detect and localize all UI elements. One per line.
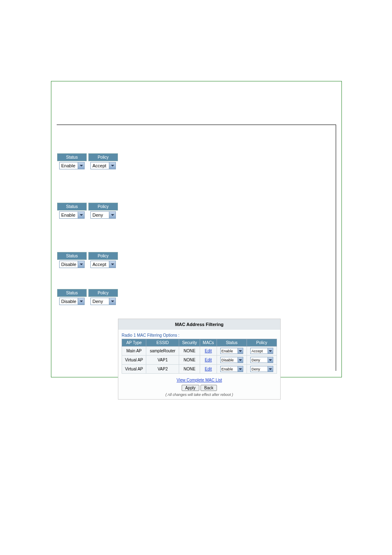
chevron-down-icon: [238, 348, 243, 354]
status-select[interactable]: Disable: [59, 298, 85, 305]
status-value: Enable: [61, 163, 78, 168]
table-row: Main AP sampleRouter NONE Edit Enable: [122, 347, 277, 356]
chevron-down-icon: [78, 298, 84, 305]
chevron-down-icon: [78, 261, 84, 268]
config-block-1: Status Policy Enable Accept: [57, 153, 125, 170]
policy-value: Accept: [92, 163, 109, 168]
cell-essid: VAP2: [146, 365, 179, 374]
config-block-2: Status Policy Enable Deny: [57, 203, 125, 220]
policy-value: Deny: [92, 213, 109, 217]
col-ap-type: AP Type: [122, 339, 146, 347]
policy-value: Accept: [92, 262, 109, 267]
status-select[interactable]: Disable: [59, 261, 85, 268]
row-status-select[interactable]: Disable: [220, 357, 243, 363]
header-policy: Policy: [88, 289, 118, 297]
cell-security: NONE: [179, 347, 200, 356]
status-value: Enable: [61, 213, 78, 217]
cell-security: NONE: [179, 365, 200, 374]
row-policy-select[interactable]: Accept: [250, 348, 273, 354]
policy-select[interactable]: Deny: [90, 211, 116, 219]
config-block-3: Status Policy Disable Accept: [57, 252, 125, 269]
page-frame: Status Policy Enable Accept Status Polic…: [51, 81, 342, 377]
header-status: Status: [57, 289, 87, 297]
header-status: Status: [57, 203, 87, 210]
view-complete-link[interactable]: View Complete MAC List: [122, 378, 277, 382]
policy-select[interactable]: Accept: [90, 261, 116, 268]
status-select[interactable]: Enable: [59, 211, 85, 219]
cell-ap-type: Virtual AP: [122, 365, 146, 374]
status-value: Disable: [61, 262, 78, 267]
cell-essid: VAP1: [146, 356, 179, 365]
chevron-down-icon: [267, 366, 273, 372]
row-status-select[interactable]: Enable: [220, 348, 243, 354]
header-policy: Policy: [88, 203, 118, 210]
cell-ap-type: Virtual AP: [122, 356, 146, 365]
chevron-down-icon: [109, 212, 115, 218]
col-security: Security: [179, 339, 200, 347]
policy-value: Deny: [92, 299, 109, 304]
row-policy-select[interactable]: Deny: [250, 366, 273, 372]
chevron-down-icon: [267, 348, 273, 354]
filter-table: AP Type ESSID Security MACs Status Polic…: [122, 339, 277, 374]
table-row: Virtual AP VAP2 NONE Edit Enable: [122, 365, 277, 374]
chevron-down-icon: [238, 357, 243, 363]
edit-link[interactable]: Edit: [205, 367, 212, 371]
col-policy: Policy: [247, 339, 277, 347]
header-status: Status: [57, 252, 87, 260]
chevron-down-icon: [109, 298, 115, 305]
row-policy-select[interactable]: Deny: [250, 357, 273, 363]
chevron-down-icon: [78, 162, 84, 169]
header-status: Status: [57, 153, 87, 161]
col-essid: ESSID: [146, 339, 179, 347]
header-policy: Policy: [88, 153, 118, 161]
chevron-down-icon: [238, 366, 243, 372]
chevron-down-icon: [109, 261, 115, 268]
cell-security: NONE: [179, 356, 200, 365]
panel-title: MAC Address Filtering: [118, 319, 280, 330]
col-macs: MACs: [200, 339, 217, 347]
policy-select[interactable]: Accept: [90, 162, 116, 169]
chevron-down-icon: [267, 357, 273, 363]
config-block-4: Status Policy Disable Deny: [57, 289, 125, 306]
back-button[interactable]: Back: [201, 385, 217, 391]
chevron-down-icon: [109, 162, 115, 169]
cell-essid: sampleRouter: [146, 347, 179, 356]
cell-ap-type: Main AP: [122, 347, 146, 356]
status-value: Disable: [61, 299, 78, 304]
status-select[interactable]: Enable: [59, 162, 85, 169]
col-status: Status: [217, 339, 247, 347]
policy-select[interactable]: Deny: [90, 298, 116, 305]
apply-button[interactable]: Apply: [182, 385, 199, 391]
reboot-note: ( All changes will take effect after reb…: [122, 393, 277, 397]
header-policy: Policy: [88, 252, 118, 260]
mac-filter-panel: MAC Address Filtering Radio 1 MAC Filter…: [118, 319, 281, 400]
chevron-down-icon: [78, 212, 84, 218]
row-status-select[interactable]: Enable: [220, 366, 243, 372]
edit-link[interactable]: Edit: [205, 358, 212, 362]
edit-link[interactable]: Edit: [205, 349, 212, 353]
table-row: Virtual AP VAP1 NONE Edit Disable: [122, 356, 277, 365]
options-label: Radio 1 MAC Filtering Options :: [122, 333, 277, 338]
